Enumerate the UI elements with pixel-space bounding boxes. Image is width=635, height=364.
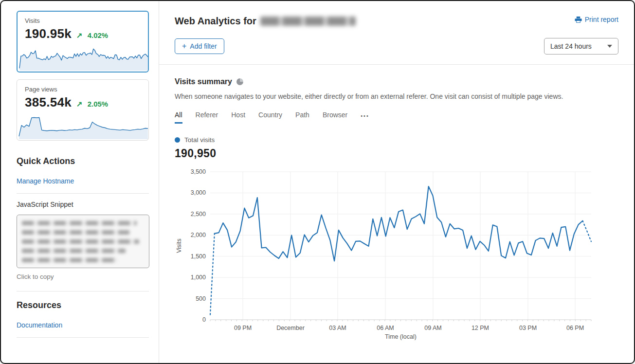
print-report-button[interactable]: Print report [575,16,618,23]
time-range-value: Last 24 hours [550,42,592,50]
chevron-down-icon [607,45,612,48]
divider [17,337,149,338]
main-content: Web Analytics for Print report + Add fil… [159,1,634,363]
javascript-snippet-label: JavaScript Snippet [17,200,149,208]
help-pie-icon[interactable] [236,78,243,85]
add-filter-label: Add filter [190,42,217,50]
summary-tab-bar: AllRefererHostCountryPathBrowser••• [175,111,618,124]
page-views-card-change: 2.05% [88,100,109,108]
redacted-code-line [22,230,129,235]
manage-hostname-link[interactable]: Manage Hostname [17,177,74,185]
svg-text:2,000: 2,000 [191,232,206,238]
svg-text:06 PM: 06 PM [566,325,584,331]
trend-up-icon: ↗ [76,31,83,40]
more-tabs-button[interactable]: ••• [361,113,369,122]
page-title-text: Web Analytics for [175,16,256,27]
documentation-link[interactable]: Documentation [17,321,62,329]
svg-text:09 AM: 09 AM [424,325,441,331]
legend-label: Total visits [184,136,215,144]
visits-summary-section: Visits summary When someone navigates to… [159,65,634,343]
page-views-card-label: Page views [25,86,141,93]
time-range-dropdown[interactable]: Last 24 hours [544,38,618,55]
resources-heading: Resources [17,300,149,310]
javascript-snippet-box[interactable] [17,215,149,268]
add-filter-button[interactable]: + Add filter [175,38,224,54]
divider [17,291,149,291]
svg-text:December: December [276,325,305,331]
svg-text:Visits: Visits [176,238,182,253]
main-header: Web Analytics for Print report + Add fil… [159,1,634,65]
web-analytics-window: Visits 190.95k ↗ 4.02% Page views 385.54… [0,0,635,364]
redacted-code-line [22,258,117,262]
tab-referer[interactable]: Referer [196,111,218,124]
visits-card-change: 4.02% [88,31,109,39]
page-title: Web Analytics for [175,16,356,27]
svg-text:03 AM: 03 AM [329,325,346,331]
divider [17,193,149,194]
svg-text:Time (local): Time (local) [385,333,417,340]
tab-browser[interactable]: Browser [323,111,347,124]
svg-text:3,000: 3,000 [191,189,206,196]
sidebar: Visits 190.95k ↗ 4.02% Page views 385.54… [1,1,159,363]
visits-metric-card[interactable]: Visits 190.95k ↗ 4.02% [17,11,149,73]
visits-summary-heading: Visits summary [175,77,232,86]
tab-path[interactable]: Path [295,111,309,124]
printer-icon [575,16,582,23]
redacted-code-line [22,239,139,244]
svg-text:06 AM: 06 AM [377,325,394,331]
tab-all[interactable]: All [175,111,182,124]
svg-text:2,500: 2,500 [191,211,206,218]
plus-icon: + [182,42,186,50]
chart-legend: Total visits [175,136,618,144]
page-views-card-value: 385.54k [25,95,72,110]
redacted-domain [260,17,356,26]
svg-text:12 PM: 12 PM [472,325,489,331]
svg-text:03 PM: 03 PM [519,325,537,331]
page-views-metric-card[interactable]: Page views 385.54k ↗ 2.05% [17,79,149,141]
visits-card-value: 190.95k [25,26,72,41]
visits-card-label: Visits [25,17,141,24]
total-visits-value: 190,950 [175,147,618,160]
quick-actions-heading: Quick Actions [17,156,149,166]
visits-sparkline-chart [18,44,149,72]
svg-text:09 PM: 09 PM [234,325,252,331]
svg-text:0: 0 [202,316,206,323]
tab-host[interactable]: Host [231,111,245,124]
redacted-code-line [22,221,137,225]
click-to-copy-hint: Click to copy [17,273,149,280]
svg-text:1,000: 1,000 [191,274,206,281]
trend-up-icon: ↗ [76,100,83,109]
visits-line-chart: 05001,0001,5002,0002,5003,0003,50009 PMD… [175,168,618,343]
svg-text:500: 500 [196,295,206,302]
legend-dot-icon [175,137,180,143]
svg-text:1,500: 1,500 [191,253,206,260]
visits-summary-description: When someone navigates to your website, … [175,92,618,100]
page-views-sparkline-chart [17,113,149,140]
redacted-code-line [22,249,126,253]
tab-country[interactable]: Country [258,111,282,124]
print-report-label: Print report [585,16,618,23]
svg-text:3,500: 3,500 [191,168,206,175]
